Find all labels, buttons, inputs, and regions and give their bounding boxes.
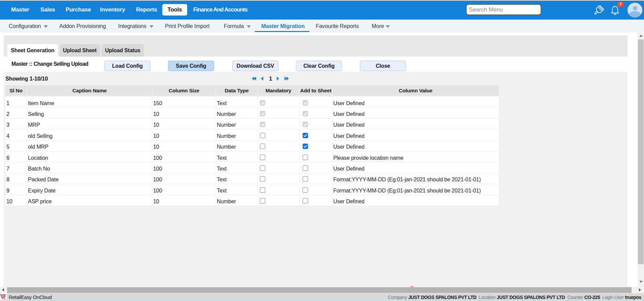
svg-text:E: E [4, 294, 6, 297]
